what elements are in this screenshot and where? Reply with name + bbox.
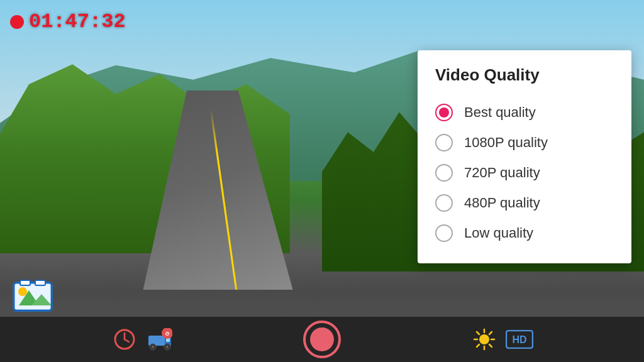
quality-label-480p: 480P quality — [464, 195, 540, 211]
svg-line-27 — [489, 332, 492, 334]
quality-label-1080p: 1080P quality — [464, 134, 548, 151]
delivery-icon[interactable]: ⏱ — [146, 326, 174, 353]
svg-rect-7 — [35, 280, 45, 285]
radio-720p[interactable] — [435, 164, 453, 182]
svg-text:⏱: ⏱ — [165, 331, 170, 337]
svg-rect-6 — [20, 280, 30, 285]
toolbar-left: ⏱ — [0, 326, 284, 353]
quality-option-best[interactable]: Best quality — [435, 97, 614, 128]
svg-line-10 — [125, 339, 129, 342]
radio-480p[interactable] — [435, 194, 453, 212]
gallery-icon[interactable] — [13, 279, 53, 312]
radio-best-inner — [439, 107, 449, 118]
svg-line-25 — [477, 332, 479, 334]
clock-icon[interactable] — [111, 326, 138, 353]
svg-point-4 — [18, 287, 27, 296]
radio-low[interactable] — [435, 224, 453, 242]
toolbar-right: HD — [360, 326, 644, 353]
svg-text:HD: HD — [512, 334, 526, 345]
radio-best[interactable] — [435, 104, 453, 121]
quality-label-low: Low quality — [464, 225, 533, 241]
quality-label-720p: 720P quality — [464, 165, 540, 181]
hd-icon[interactable]: HD — [506, 326, 533, 353]
svg-point-15 — [152, 346, 154, 348]
recording-time: 01:47:32 — [29, 10, 126, 33]
record-button[interactable] — [303, 321, 341, 358]
svg-point-20 — [479, 334, 489, 344]
svg-line-26 — [489, 344, 492, 347]
svg-line-28 — [477, 344, 479, 347]
svg-point-17 — [166, 346, 169, 348]
quality-panel: Video Quality Best quality 1080P quality… — [418, 50, 631, 263]
panel-title: Video Quality — [435, 65, 614, 85]
record-button-container — [284, 321, 360, 358]
quality-option-480p[interactable]: 480P quality — [435, 188, 614, 218]
sun-icon[interactable] — [470, 326, 498, 353]
bottom-toolbar: ⏱ HD — [0, 317, 644, 362]
quality-option-low[interactable]: Low quality — [435, 218, 614, 248]
recording-indicator: 01:47:32 — [10, 10, 126, 33]
quality-option-720p[interactable]: 720P quality — [435, 158, 614, 188]
quality-label-best: Best quality — [464, 104, 536, 121]
recording-dot — [10, 15, 24, 29]
record-button-inner — [310, 327, 334, 351]
quality-option-1080p[interactable]: 1080P quality — [435, 128, 614, 158]
radio-1080p[interactable] — [435, 134, 453, 151]
